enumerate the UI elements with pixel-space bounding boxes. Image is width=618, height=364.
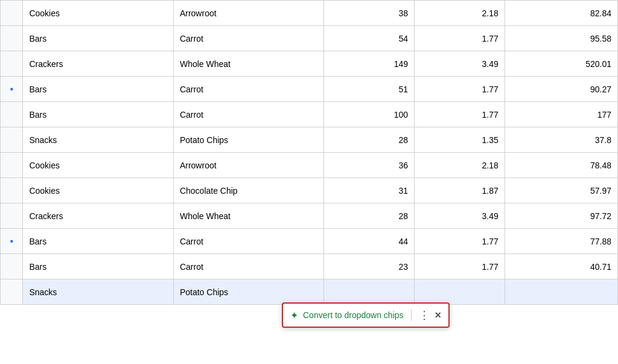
row-indicator — [1, 127, 23, 153]
total-cell[interactable]: 57.97 — [505, 178, 617, 203]
table-row[interactable]: CookiesChocolate Chip311.8757.97 — [1, 178, 618, 203]
price-cell[interactable]: 1.77 — [415, 26, 505, 51]
table-row[interactable]: CookiesArrowroot362.1878.48 — [1, 153, 618, 178]
name-cell[interactable]: Whole Wheat — [173, 51, 324, 77]
table-row[interactable]: •BarsCarrot511.7790.27 — [1, 77, 618, 102]
name-cell[interactable]: Chocolate Chip — [173, 178, 324, 203]
price-cell[interactable]: 1.77 — [415, 77, 505, 102]
price-cell[interactable]: 3.49 — [415, 203, 505, 229]
price-cell[interactable]: 1.77 — [415, 102, 505, 127]
table-row[interactable]: BarsCarrot1001.77177 — [1, 102, 618, 127]
spreadsheet: CookiesArrowroot382.1882.84BarsCarrot541… — [0, 0, 618, 364]
total-cell[interactable]: 97.72 — [505, 203, 617, 229]
category-cell[interactable]: Cookies — [23, 178, 174, 203]
table-row[interactable]: SnacksPotato Chips281.3537.8 — [1, 127, 618, 153]
qty-cell[interactable]: 23 — [324, 254, 415, 279]
table-row[interactable]: CrackersWhole Wheat283.4997.72 — [1, 203, 618, 229]
table-row[interactable]: •BarsCarrot441.7777.88 — [1, 229, 618, 254]
name-cell[interactable]: Carrot — [173, 102, 324, 127]
name-cell[interactable]: Potato Chips — [173, 127, 324, 153]
sparkle-icon: ✦ — [290, 310, 298, 321]
row-indicator — [1, 51, 23, 77]
row-indicator — [1, 279, 23, 305]
price-cell[interactable]: 1.77 — [415, 229, 505, 254]
row-indicator — [1, 102, 23, 127]
qty-cell[interactable]: 28 — [324, 203, 415, 229]
price-cell[interactable]: 1.77 — [415, 254, 505, 279]
qty-cell[interactable]: 36 — [324, 153, 415, 178]
category-cell[interactable]: Crackers — [23, 203, 174, 229]
qty-cell[interactable] — [324, 279, 415, 305]
close-icon[interactable]: × — [435, 309, 442, 322]
price-cell[interactable]: 1.87 — [415, 178, 505, 203]
table-row[interactable]: CookiesArrowroot382.1882.84 — [1, 1, 618, 26]
row-indicator — [1, 153, 23, 178]
table-row[interactable]: CrackersWhole Wheat1493.49520.01 — [1, 51, 618, 77]
row-indicator — [1, 178, 23, 203]
popup-label[interactable]: Convert to dropdown chips — [303, 310, 404, 320]
row-indicator: • — [1, 77, 23, 102]
qty-cell[interactable]: 38 — [324, 1, 415, 26]
name-cell[interactable]: Carrot — [173, 254, 324, 279]
name-cell[interactable]: Carrot — [173, 77, 324, 102]
total-cell[interactable]: 95.58 — [505, 26, 617, 51]
qty-cell[interactable]: 100 — [324, 102, 415, 127]
category-cell[interactable]: Bars — [23, 102, 174, 127]
qty-cell[interactable]: 51 — [324, 77, 415, 102]
name-cell[interactable]: Carrot — [173, 26, 324, 51]
more-options-icon[interactable]: ⋮ — [419, 308, 430, 322]
table-row[interactable]: SnacksPotato Chips — [1, 279, 618, 305]
name-cell[interactable]: Potato Chips — [173, 279, 324, 305]
category-cell[interactable]: Bars — [23, 26, 174, 51]
qty-cell[interactable]: 54 — [324, 26, 415, 51]
table-row[interactable]: BarsCarrot541.7795.58 — [1, 26, 618, 51]
category-cell[interactable]: Cookies — [23, 1, 174, 26]
qty-cell[interactable]: 31 — [324, 178, 415, 203]
category-cell[interactable]: Bars — [23, 229, 174, 254]
qty-cell[interactable]: 44 — [324, 229, 415, 254]
name-cell[interactable]: Carrot — [173, 229, 324, 254]
total-cell[interactable]: 177 — [505, 102, 617, 127]
total-cell[interactable]: 82.84 — [505, 1, 617, 26]
row-indicator — [1, 26, 23, 51]
price-cell[interactable]: 2.18 — [415, 153, 505, 178]
price-cell[interactable]: 2.18 — [415, 1, 505, 26]
name-cell[interactable]: Whole Wheat — [173, 203, 324, 229]
category-cell[interactable]: Bars — [23, 77, 174, 102]
category-cell[interactable]: Cookies — [23, 153, 174, 178]
total-cell[interactable]: 90.27 — [505, 77, 617, 102]
category-cell[interactable]: Snacks — [23, 127, 174, 153]
total-cell[interactable]: 78.48 — [505, 153, 617, 178]
total-cell[interactable] — [505, 279, 617, 305]
category-cell[interactable]: Snacks — [23, 279, 174, 305]
category-cell[interactable]: Crackers — [23, 51, 174, 77]
price-cell[interactable]: 3.49 — [415, 51, 505, 77]
row-indicator — [1, 203, 23, 229]
qty-cell[interactable]: 28 — [324, 127, 415, 153]
price-cell[interactable] — [415, 279, 505, 305]
name-cell[interactable]: Arrowroot — [173, 1, 324, 26]
qty-cell[interactable]: 149 — [324, 51, 415, 77]
row-indicator — [1, 1, 23, 26]
total-cell[interactable]: 77.88 — [505, 229, 617, 254]
total-cell[interactable]: 40.71 — [505, 254, 617, 279]
row-indicator: • — [1, 229, 23, 254]
popup-divider — [411, 309, 412, 321]
category-cell[interactable]: Bars — [23, 254, 174, 279]
total-cell[interactable]: 37.8 — [505, 127, 617, 153]
row-indicator — [1, 254, 23, 279]
total-cell[interactable]: 520.01 — [505, 51, 617, 77]
data-table: CookiesArrowroot382.1882.84BarsCarrot541… — [0, 0, 618, 305]
price-cell[interactable]: 1.35 — [415, 127, 505, 153]
convert-popup[interactable]: ✦ Convert to dropdown chips ⋮ × — [282, 302, 450, 328]
name-cell[interactable]: Arrowroot — [173, 153, 324, 178]
table-row[interactable]: BarsCarrot231.7740.71 — [1, 254, 618, 279]
